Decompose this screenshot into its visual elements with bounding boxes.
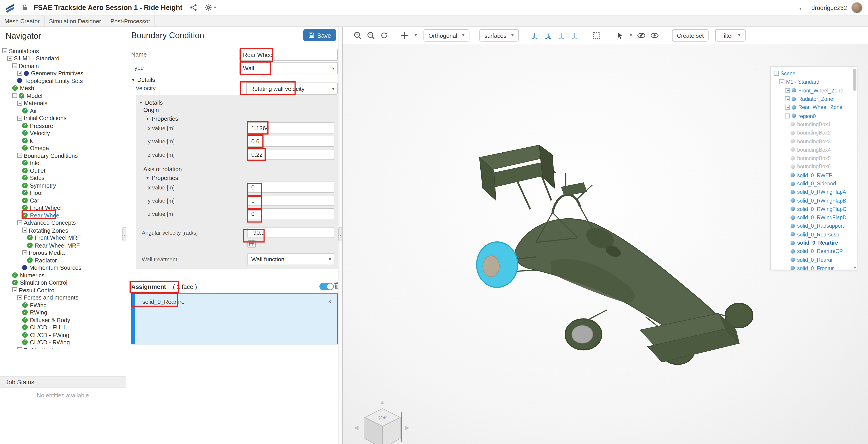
visibility-sphere-icon[interactable] <box>790 257 795 262</box>
inner-details-toggle[interactable]: ▼ Details <box>139 99 334 106</box>
tree-item[interactable]: Porous Media <box>0 249 126 256</box>
expander-icon[interactable] <box>22 228 27 233</box>
scene-tree-item[interactable]: solid_0_Rearur <box>771 255 857 264</box>
chevron-down-icon[interactable]: ▾ <box>414 33 417 37</box>
visibility-sphere-icon[interactable] <box>790 207 795 211</box>
tree-item[interactable]: Domain <box>0 62 126 69</box>
tree-item[interactable]: Model <box>0 92 126 99</box>
visibility-sphere-icon[interactable] <box>792 114 796 118</box>
tree-item[interactable]: Rear Wheel MRF <box>0 242 126 249</box>
formula-table-button[interactable] <box>248 240 256 248</box>
assignment-toggle[interactable] <box>319 283 334 290</box>
scene-tree-item[interactable]: Rear_Wheel_Zone <box>771 103 857 112</box>
view-axis-icon-3[interactable] <box>556 30 566 40</box>
show-all-eye-icon[interactable] <box>650 30 659 40</box>
workflow-tab[interactable]: Post-Processor <box>106 15 155 26</box>
tree-item[interactable]: Diffuser & Body <box>0 316 126 323</box>
visibility-sphere-icon[interactable] <box>790 139 795 144</box>
expander-icon[interactable] <box>17 295 22 300</box>
workflow-tab[interactable]: Simulation Designer <box>44 15 106 26</box>
scene-tree-item[interactable]: Radiator_Zone <box>771 95 857 103</box>
filter-select[interactable]: Filter ▾ <box>715 29 745 41</box>
pointer-select-icon[interactable] <box>615 30 625 40</box>
tree-item[interactable]: Inlet <box>0 159 126 167</box>
visibility-sphere-icon[interactable] <box>790 224 795 228</box>
view-axis-icon-2[interactable] <box>543 30 553 40</box>
scene-tree-item[interactable]: solid_0_Frontur <box>771 264 857 270</box>
tree-item[interactable]: Boundary Conditions <box>0 152 126 159</box>
expander-icon[interactable] <box>785 88 790 93</box>
scene-tree-item[interactable]: boundingBox4 <box>771 146 857 154</box>
expander-icon[interactable] <box>17 71 22 76</box>
tree-item[interactable]: Front Wheel MRF <box>0 234 126 242</box>
tree-item[interactable]: Omega <box>0 144 126 152</box>
origin-properties-toggle[interactable]: ▼ Properties <box>146 115 334 122</box>
top-nav-link[interactable] <box>797 4 802 11</box>
expander-icon[interactable] <box>17 220 22 225</box>
wall-treatment-select[interactable]: Wall function ▾ <box>248 253 334 265</box>
tree-item[interactable]: Symmetry <box>0 182 126 189</box>
expander-icon[interactable] <box>785 113 790 118</box>
expander-icon[interactable] <box>22 250 27 255</box>
scene-tree-item[interactable]: Scene <box>771 69 857 77</box>
visibility-sphere-icon[interactable] <box>790 130 795 135</box>
scene-tree-item[interactable]: M1 - Standard <box>771 78 857 86</box>
tree-item[interactable]: Front Wheel <box>0 204 126 211</box>
visibility-sphere-icon[interactable] <box>790 122 795 127</box>
scene-tree-item[interactable]: solid_0_Reartire <box>771 239 857 247</box>
visibility-sphere-icon[interactable] <box>790 215 795 220</box>
tree-item[interactable]: Initial Conditions <box>0 115 126 122</box>
trash-icon[interactable] <box>334 282 340 292</box>
render-mode-select[interactable]: surfaces ▾ <box>479 29 519 41</box>
name-input[interactable] <box>239 49 338 61</box>
origin-z-input[interactable] <box>248 149 334 160</box>
visibility-sphere-icon[interactable] <box>790 198 795 203</box>
tree-item[interactable]: CL/CD - RWing <box>0 339 126 346</box>
scene-scrollbar-thumb[interactable] <box>853 69 857 91</box>
expander-icon[interactable] <box>774 71 779 76</box>
scene-tree-item[interactable]: solid_0_RWingFlapC <box>771 205 857 213</box>
scene-tree-item[interactable]: solid_0_RWingFlapD <box>771 213 857 222</box>
tree-item[interactable]: RWing <box>0 309 126 316</box>
app-logo-icon[interactable] <box>4 2 16 13</box>
visibility-sphere-icon[interactable] <box>792 88 796 93</box>
origin-x-input[interactable] <box>248 122 334 133</box>
origin-y-input[interactable] <box>248 136 334 147</box>
details-section-toggle[interactable]: ▼ Details <box>131 76 155 83</box>
zoom-out-icon[interactable] <box>366 30 376 40</box>
tree-item[interactable]: Topological Entity Sets <box>0 77 126 84</box>
tree-item[interactable]: Outlet <box>0 167 126 174</box>
visibility-sphere-icon[interactable] <box>790 164 795 169</box>
expander-icon[interactable] <box>12 288 17 292</box>
view-axis-icon-1[interactable] <box>530 30 539 40</box>
expander-icon[interactable] <box>12 93 17 98</box>
scene-tree-item[interactable]: boundingBox1 <box>771 120 857 128</box>
tree-item[interactable]: Velocity <box>0 129 126 137</box>
panel-collapse-handle[interactable]: ‹ <box>338 227 342 242</box>
tree-item[interactable]: Simulations <box>0 47 126 55</box>
expander-icon[interactable] <box>785 96 790 101</box>
create-set-button[interactable]: Create set <box>672 29 709 41</box>
username[interactable]: drodriguez32 <box>811 4 847 11</box>
tree-item[interactable]: Rotating Zones <box>0 226 126 234</box>
tree-item[interactable]: Pressure <box>0 122 126 129</box>
tree-item[interactable]: Result Control <box>0 286 126 294</box>
expander-icon[interactable] <box>785 105 790 110</box>
visibility-sphere-icon[interactable] <box>790 173 795 178</box>
orientation-cube[interactable]: TOP <box>362 407 403 444</box>
save-button[interactable]: Save <box>303 29 336 41</box>
view-axis-icon-4[interactable] <box>569 30 579 40</box>
scene-tree-item[interactable]: solid_0_ReartireCP <box>771 247 857 255</box>
axis-y-input[interactable] <box>248 195 334 206</box>
pan-move-icon[interactable] <box>400 30 410 40</box>
share-icon[interactable] <box>190 4 197 11</box>
scene-tree-item[interactable]: solid_0_RWingFlapB <box>771 196 857 204</box>
tree-item[interactable]: Sides <box>0 174 126 182</box>
tree-item[interactable]: Field calculations <box>0 346 126 349</box>
axis-properties-toggle[interactable]: ▼ Properties <box>146 174 334 182</box>
expander-icon[interactable] <box>17 101 22 105</box>
tree-item[interactable]: CL/CD - FULL <box>0 323 126 331</box>
rotate-up-arrow-icon[interactable]: ▲ <box>379 399 385 405</box>
expander-icon[interactable] <box>17 153 22 158</box>
scene-tree-item[interactable]: boundingBox5 <box>771 154 857 162</box>
